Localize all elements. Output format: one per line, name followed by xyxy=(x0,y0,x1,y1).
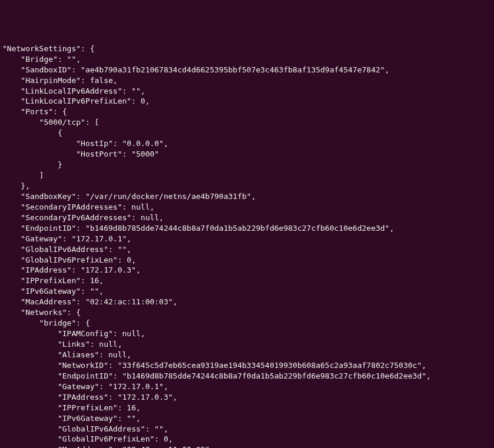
terminal-output: "NetworkSettings": { "Bridge": "", "Sand… xyxy=(2,44,492,448)
